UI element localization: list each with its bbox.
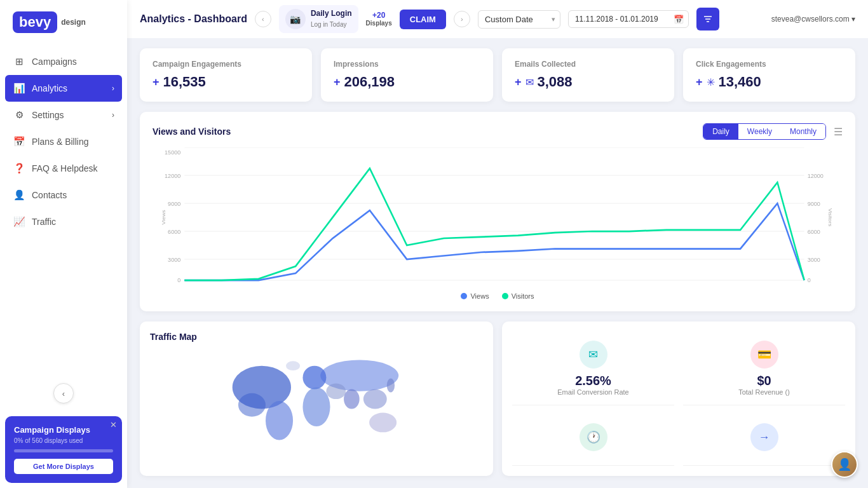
metric-label-impressions: Impressions [334,60,480,69]
campaign-displays-panel: ✕ Campaign Displays 0% of 560 displays u… [5,416,122,483]
metric-value-impressions: + 206,198 [334,74,480,90]
claim-button[interactable]: CLAIM [400,10,446,29]
faq-icon: ❓ [13,162,25,175]
legend-label-views: Views [470,292,489,300]
filter-button[interactable] [696,8,719,30]
traffic-icon: 📈 [13,215,25,228]
arrow-icon: → [750,423,778,451]
daily-login-text: Daily Login Log in Today [311,9,352,29]
settings-arrow: › [112,111,114,119]
svg-point-51 [387,378,395,392]
get-more-displays-button[interactable]: Get More Displays [14,459,113,474]
email-conversion-value: 2.56% [575,374,611,388]
metric-card-engagements: Campaign Engagements + 16,535 [140,48,312,102]
displays-badge: +20 Displays [366,11,392,27]
sidebar-label-settings: Settings [32,110,64,120]
chart-legend: Views Visitors [153,292,843,300]
sidebar-item-settings[interactable]: ⚙ Settings › [0,102,127,128]
svg-text:Visitors: Visitors [827,208,834,227]
revenue-icon: 💳 [750,341,778,369]
svg-text:9000: 9000 [808,200,820,207]
legend-views: Views [461,292,489,300]
svg-text:0: 0 [808,276,811,283]
daily-login-title: Daily Login [311,9,352,18]
svg-text:29Nov'18: 29Nov'18 [397,286,416,287]
svg-text:3000: 3000 [168,256,180,263]
sidebar: bevy design ⊞ Campaigns 📊 Analytics › ⚙ … [0,0,127,488]
email-conversion-label: Email Conversion Rate [557,388,629,396]
displays-label: Displays [366,20,392,27]
svg-text:29Dec'18: 29Dec'18 [768,286,787,287]
metric-label-engagements: Campaign Engagements [153,60,299,69]
total-revenue-value: $0 [757,374,771,388]
sidebar-item-traffic[interactable]: 📈 Traffic [0,208,127,235]
avatar[interactable]: 👤 [831,451,858,478]
contacts-icon: 👤 [13,189,25,201]
svg-text:17Nov'18: 17Nov'18 [249,286,268,287]
date-range-wrapper: 📅 [568,10,689,28]
metric-card-impressions: Impressions + 206,198 [321,48,493,102]
custom-date-wrapper: Custom Date Last 7 Days Last 30 Days Las… [478,10,560,29]
user-email: stevea@cwsellors.com [771,15,850,24]
metric-card-emails: Emails Collected + ✉ 3,088 [502,48,674,102]
time-icon: 🕐 [580,423,607,451]
campaign-displays-close[interactable]: ✕ [110,420,117,430]
sidebar-item-faq[interactable]: ❓ FAQ & Helpdesk [0,155,127,182]
total-revenue-label: Total Revenue () [738,388,790,396]
svg-text:12000: 12000 [808,172,824,179]
metric-value-clicks: + ✳ 13,460 [696,74,843,90]
sidebar-item-contacts[interactable]: 👤 Contacts [0,182,127,208]
prev-arrow-button[interactable]: ‹ [255,11,271,27]
map-svg [150,348,483,450]
svg-text:17Dec'18: 17Dec'18 [620,286,638,287]
metric-plus-clicks: + [696,76,703,89]
stat-arrow: → [683,414,845,466]
topbar: Analytics - Dashboard ‹ 📷 Daily Login Lo… [127,0,868,38]
avatar-placeholder: 👤 [832,452,857,477]
svg-text:23Nov'18: 23Nov'18 [323,286,342,287]
chart-tabs: Daily Weekly Monthly [703,123,826,140]
svg-point-50 [286,361,300,370]
svg-text:26Dec'18: 26Dec'18 [731,286,749,287]
chart-menu-icon[interactable]: ☰ [834,126,843,138]
svg-point-46 [326,383,346,399]
tab-weekly[interactable]: Weekly [738,124,781,139]
legend-label-visitors: Visitors [512,292,534,300]
sidebar-item-plans[interactable]: 📅 Plans & Billing [0,128,127,155]
sidebar-label-contacts: Contacts [32,190,67,200]
sidebar-label-analytics: Analytics [32,83,67,93]
metric-label-clicks: Click Engagements [696,60,843,69]
plans-icon: 📅 [13,135,25,148]
stat-total-revenue: 💳 $0 Total Revenue () [683,332,845,405]
date-range-input[interactable] [568,10,689,28]
svg-text:14Nov'18: 14Nov'18 [212,286,231,287]
svg-text:20Nov'18: 20Nov'18 [287,286,305,287]
daily-login-widget[interactable]: 📷 Daily Login Log in Today [279,5,358,33]
sidebar-label-plans: Plans & Billing [32,137,89,147]
sidebar-item-analytics[interactable]: 📊 Analytics › [5,75,122,102]
visitors-line [184,168,804,280]
sidebar-item-campaigns[interactable]: ⊞ Campaigns [0,48,127,75]
svg-point-41 [238,393,266,417]
svg-text:14Dec'18: 14Dec'18 [583,286,601,287]
custom-date-select[interactable]: Custom Date Last 7 Days Last 30 Days Las… [478,10,560,29]
logo-area: bevy design [0,0,127,42]
svg-text:15000: 15000 [165,149,180,156]
metric-value-engagements: + 16,535 [153,74,299,90]
svg-point-48 [363,390,387,409]
tab-daily[interactable]: Daily [703,124,738,139]
chart-header: Views and Visitors Daily Weekly Monthly … [153,123,843,140]
svg-text:Views: Views [160,210,166,224]
svg-text:6000: 6000 [808,228,820,235]
next-arrow-button[interactable]: › [454,11,470,27]
tab-monthly[interactable]: Monthly [781,124,825,139]
user-account[interactable]: stevea@cwsellors.com ▾ [771,15,855,24]
campaign-displays-title: Campaign Displays [14,425,113,435]
legend-dot-views [461,293,467,299]
metric-number-engagements: 16,535 [163,74,206,90]
chart-svg: 0 3000 6000 9000 12000 15000 0 3000 6000… [153,147,843,287]
svg-text:2Dec'18: 2Dec'18 [436,286,452,287]
metric-plus-impressions: + [334,76,341,89]
sidebar-label-faq: FAQ & Helpdesk [32,163,98,173]
sidebar-collapse-button[interactable]: ‹ [53,383,74,403]
